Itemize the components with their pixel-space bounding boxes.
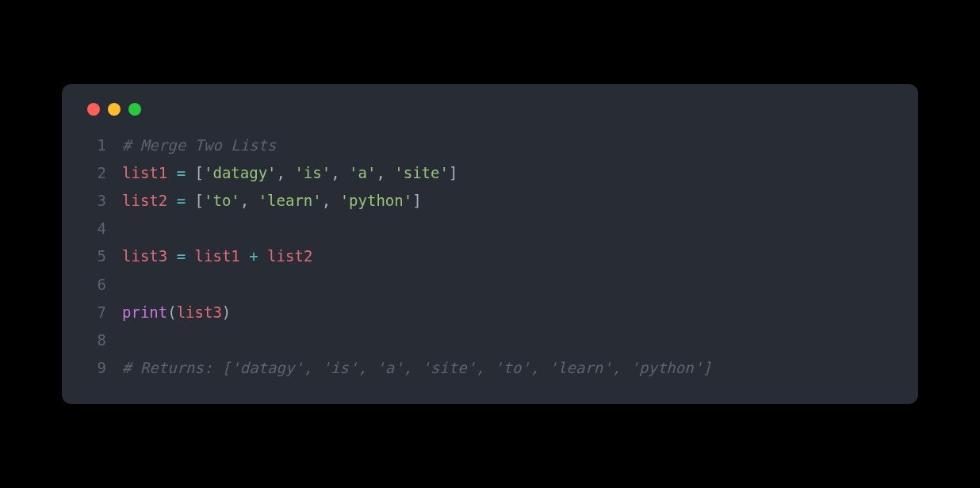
code-token: ] [412, 192, 421, 209]
line-number: 7 [84, 299, 106, 326]
code-token [240, 247, 249, 265]
code-token: 'site' [394, 164, 449, 181]
code-token: list2 [122, 192, 167, 209]
code-area: 1# Merge Two Lists2list1 = ['datagy', 'i… [84, 132, 896, 382]
line-content [122, 326, 896, 354]
line-content: list1 = ['datagy', 'is', 'a', 'site'] [122, 159, 896, 187]
line-content: list3 = list1 + list2 [122, 242, 896, 270]
minimize-icon[interactable] [108, 103, 121, 116]
code-token: 'python' [340, 192, 413, 209]
code-token: list3 [177, 303, 222, 321]
code-window: 1# Merge Two Lists2list1 = ['datagy', 'i… [62, 84, 918, 404]
code-token: 'is' [294, 164, 331, 181]
code-token: 'to' [204, 192, 240, 209]
code-token: ] [449, 164, 457, 181]
line-number: 2 [84, 159, 106, 187]
code-line: 8 [84, 326, 896, 354]
maximize-icon[interactable] [128, 103, 141, 116]
code-token: [ [195, 164, 204, 181]
code-token: = [177, 247, 186, 265]
code-token: , [322, 192, 340, 209]
code-token [167, 192, 176, 209]
code-token: , [277, 164, 295, 181]
code-line: 9# Returns: ['datagy', 'is', 'a', 'site'… [84, 354, 896, 382]
code-token: = [177, 164, 186, 181]
code-token [167, 164, 176, 181]
line-content: list2 = ['to', 'learn', 'python'] [122, 187, 896, 215]
code-line: 4 [84, 215, 896, 242]
code-line: 6 [84, 271, 896, 299]
code-line: 7print(list3) [84, 299, 896, 326]
code-token: # Returns: ['datagy', 'is', 'a', 'site',… [122, 359, 712, 376]
traffic-lights [84, 103, 896, 116]
code-token: , [376, 164, 394, 181]
line-number: 4 [84, 215, 106, 242]
code-token: , [240, 192, 258, 209]
code-line: 5list3 = list1 + list2 [84, 242, 896, 270]
code-token: ) [222, 303, 231, 321]
code-token: # Merge Two Lists [122, 136, 276, 154]
line-number: 9 [84, 354, 106, 382]
code-token: = [177, 192, 186, 209]
code-token: list2 [267, 247, 312, 265]
line-content: # Returns: ['datagy', 'is', 'a', 'site',… [122, 354, 896, 382]
code-token: list1 [195, 247, 240, 265]
code-token: , [331, 164, 349, 181]
code-token: list3 [122, 247, 167, 265]
code-token: list1 [122, 164, 167, 181]
code-token: [ [195, 192, 204, 209]
code-token [186, 164, 194, 181]
line-content: # Merge Two Lists [122, 132, 896, 159]
code-token: ( [167, 303, 176, 321]
code-line: 1# Merge Two Lists [84, 132, 896, 159]
code-token: 'a' [349, 164, 376, 181]
code-token: 'learn' [258, 192, 322, 209]
line-number: 6 [84, 271, 106, 299]
code-token: + [249, 247, 258, 265]
code-token: 'datagy' [204, 164, 277, 181]
line-number: 8 [84, 326, 106, 354]
code-line: 3list2 = ['to', 'learn', 'python'] [84, 187, 896, 215]
line-content [122, 271, 896, 299]
line-content: print(list3) [122, 299, 896, 326]
line-number: 5 [84, 242, 106, 270]
code-token [186, 247, 194, 265]
code-token: print [122, 303, 167, 321]
code-token [167, 247, 176, 265]
line-number: 3 [84, 187, 106, 215]
line-number: 1 [84, 132, 106, 159]
code-token [186, 192, 194, 209]
line-content [122, 215, 896, 242]
code-line: 2list1 = ['datagy', 'is', 'a', 'site'] [84, 159, 896, 187]
code-token [258, 247, 267, 265]
close-icon[interactable] [87, 103, 100, 116]
